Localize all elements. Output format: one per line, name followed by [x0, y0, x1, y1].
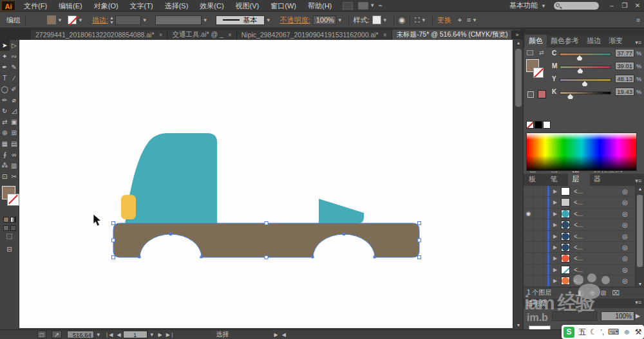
- lock-toggle[interactable]: [534, 264, 544, 275]
- channel-value-field[interactable]: 19.43: [615, 87, 634, 96]
- statusbar-left-arrow-icon[interactable]: ◀: [282, 332, 286, 338]
- workspace-switcher[interactable]: 基本功能 ▼: [509, 1, 547, 10]
- zoom-level-field[interactable]: 516.64: [67, 331, 94, 338]
- free-transform-tool[interactable]: ▣: [10, 116, 19, 127]
- minimize-button[interactable]: –: [605, 2, 618, 9]
- layer-thumbnail[interactable]: [561, 210, 570, 218]
- menu-select[interactable]: 选择(S): [159, 0, 194, 12]
- menu-view[interactable]: 视图(V): [230, 0, 265, 12]
- stroke-dropdown-icon[interactable]: ▼: [77, 17, 84, 23]
- pen-tool[interactable]: ✒: [0, 62, 10, 73]
- ellipse-tool[interactable]: ◯: [0, 84, 10, 95]
- layer-thumbnail[interactable]: [561, 266, 570, 274]
- lock-toggle[interactable]: [534, 231, 544, 241]
- close-tab-icon[interactable]: ×: [383, 32, 387, 39]
- layer-thumbnail[interactable]: [561, 254, 570, 262]
- doc-tab-active[interactable]: 未标题-75* @ 516.64% (CMYK/预览)×: [392, 30, 522, 40]
- close-tab-icon[interactable]: ×: [159, 32, 163, 39]
- layer-thumbnail[interactable]: [561, 243, 570, 252]
- scroll-down-icon[interactable]: ▼: [513, 323, 524, 327]
- doc-tab-2[interactable]: 交通工具.ai* @ _×: [167, 30, 236, 40]
- target-icon[interactable]: ◎: [622, 221, 628, 228]
- target-icon[interactable]: ◎: [622, 199, 628, 206]
- restore-button[interactable]: ❐: [618, 2, 631, 9]
- variable-width-profile[interactable]: [155, 15, 202, 25]
- align-icon[interactable]: ⛶: [415, 16, 420, 24]
- tab-color[interactable]: 颜色: [525, 35, 547, 48]
- style-dropdown-icon[interactable]: ▼: [381, 17, 389, 23]
- visibility-toggle[interactable]: [524, 197, 534, 207]
- layers-scroll-down-icon[interactable]: ▼: [636, 282, 644, 286]
- slice-tool[interactable]: ✂: [10, 171, 19, 182]
- ime-logo[interactable]: S: [564, 327, 574, 338]
- color-panel-menu-icon[interactable]: ▾≡: [632, 39, 644, 48]
- blob-brush-tool[interactable]: ⌀: [10, 95, 19, 105]
- layer-row[interactable]: ◉▶<...◎: [524, 208, 633, 219]
- column-graph-tool[interactable]: ▥: [10, 160, 19, 171]
- target-icon[interactable]: ◎: [622, 266, 628, 273]
- new-layer-icon[interactable]: ⊞: [601, 289, 606, 297]
- layer-row[interactable]: ▶<...◎: [524, 219, 633, 230]
- artboard-dropdown-icon[interactable]: ▼: [149, 332, 155, 338]
- last-artboard-icon[interactable]: ▶❘: [166, 332, 175, 338]
- target-icon[interactable]: ◎: [622, 210, 628, 217]
- channel-value-field[interactable]: 39.01: [615, 62, 634, 70]
- slider-thumb-icon[interactable]: [576, 55, 582, 60]
- expand-icon[interactable]: ▶: [553, 199, 557, 205]
- tab-gradient[interactable]: 渐变: [605, 35, 627, 48]
- layer-label[interactable]: <...: [574, 233, 583, 240]
- scroll-up-icon[interactable]: ▲: [513, 41, 524, 45]
- expand-icon[interactable]: ▶: [553, 234, 557, 239]
- type-tool[interactable]: T: [0, 73, 10, 84]
- layer-label[interactable]: <...: [574, 188, 583, 195]
- layer-thumbnail[interactable]: [561, 198, 570, 206]
- target-icon[interactable]: ◎: [622, 277, 628, 284]
- opacity-link[interactable]: 不透明度:: [280, 15, 310, 25]
- layer-label[interactable]: <...: [574, 244, 583, 251]
- layer-label[interactable]: <...: [574, 255, 583, 262]
- menu-type[interactable]: 文字(T): [124, 0, 159, 12]
- cs-live-icon[interactable]: ⌁: [378, 1, 383, 10]
- ime-wrench-icon[interactable]: ⚒: [635, 327, 642, 336]
- new-sublayer-icon[interactable]: ⊕: [589, 289, 594, 297]
- isolate-icon[interactable]: ⌖: [458, 16, 462, 24]
- lock-toggle[interactable]: [534, 208, 544, 219]
- layer-label[interactable]: <...: [574, 221, 583, 228]
- arrange-dropdown-icon[interactable]: ▼: [368, 3, 376, 8]
- locate-object-icon[interactable]: ⌖: [568, 289, 572, 297]
- blend-tool[interactable]: ∞: [10, 149, 19, 160]
- zoom-tool-mini-icon[interactable]: □: [37, 331, 46, 338]
- lock-toggle[interactable]: [534, 197, 544, 207]
- layer-row[interactable]: ▶<...◎: [524, 264, 633, 275]
- layer-row[interactable]: ▶<...◎: [524, 242, 633, 253]
- visibility-toggle[interactable]: [524, 253, 534, 263]
- paintbrush-tool[interactable]: ✐: [10, 84, 19, 95]
- ime-mode-label[interactable]: 五: [578, 327, 586, 338]
- visibility-toggle[interactable]: [524, 275, 534, 286]
- artboard-tool[interactable]: ⊡: [0, 171, 10, 182]
- visibility-toggle[interactable]: [524, 219, 534, 230]
- visibility-toggle[interactable]: ◉: [524, 208, 534, 219]
- expand-icon[interactable]: ▶: [553, 255, 557, 261]
- screen-mode-button[interactable]: [6, 234, 12, 239]
- artboard-canvas[interactable]: [19, 40, 513, 328]
- expand-icon[interactable]: ▶: [553, 222, 557, 228]
- opacity-arrow-icon[interactable]: ▶: [636, 313, 640, 319]
- collapse-tools-icon[interactable]: ⊟: [6, 246, 12, 253]
- layer-label[interactable]: <...: [574, 210, 583, 217]
- color-spectrum[interactable]: [526, 133, 637, 171]
- visibility-toggle[interactable]: [524, 242, 534, 252]
- magic-wand-tool[interactable]: ✦: [0, 51, 10, 62]
- menu-object[interactable]: 对象(O): [88, 0, 124, 12]
- symbol-sprayer-tool[interactable]: ⁂: [0, 160, 10, 171]
- toolbar-stroke-swatch[interactable]: [8, 194, 19, 205]
- menu-edit[interactable]: 编辑(E): [53, 0, 88, 12]
- first-artboard-icon[interactable]: ❘◀: [105, 332, 113, 338]
- layer-label[interactable]: <...: [574, 199, 583, 206]
- mesh-tool[interactable]: ▦: [0, 138, 10, 149]
- opacity-dropdown-icon[interactable]: ▼: [336, 17, 344, 23]
- layers-panel-menu-icon[interactable]: ▾≡: [632, 178, 644, 186]
- stroke-link[interactable]: 描边:: [92, 15, 108, 25]
- layer-row[interactable]: ▶<...◎: [524, 231, 633, 242]
- target-icon[interactable]: ◎: [622, 244, 628, 251]
